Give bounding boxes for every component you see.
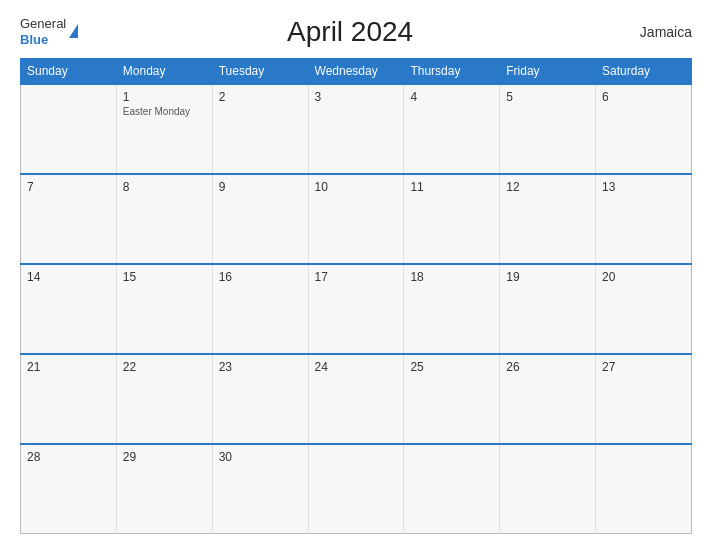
page: General Blue April 2024 Jamaica Sunday M… — [0, 0, 712, 550]
day-cell: 15 — [116, 264, 212, 354]
day-number: 29 — [123, 450, 206, 464]
day-number: 11 — [410, 180, 493, 194]
day-cell: 8 — [116, 174, 212, 264]
day-cell: 2 — [212, 84, 308, 174]
day-cell: 24 — [308, 354, 404, 444]
day-cell: 17 — [308, 264, 404, 354]
logo-general: General — [20, 16, 66, 32]
day-cell: 11 — [404, 174, 500, 264]
day-number: 14 — [27, 270, 110, 284]
day-number: 21 — [27, 360, 110, 374]
day-cell — [404, 444, 500, 534]
day-number: 15 — [123, 270, 206, 284]
day-cell: 16 — [212, 264, 308, 354]
week-row-2: 78910111213 — [21, 174, 692, 264]
day-cell: 28 — [21, 444, 117, 534]
day-cell — [21, 84, 117, 174]
header: General Blue April 2024 Jamaica — [20, 16, 692, 48]
day-number: 17 — [315, 270, 398, 284]
day-number: 18 — [410, 270, 493, 284]
day-number: 1 — [123, 90, 206, 104]
week-row-1: 1Easter Monday23456 — [21, 84, 692, 174]
day-cell: 12 — [500, 174, 596, 264]
day-number: 22 — [123, 360, 206, 374]
col-monday: Monday — [116, 59, 212, 85]
day-number: 9 — [219, 180, 302, 194]
day-number: 3 — [315, 90, 398, 104]
day-cell: 20 — [596, 264, 692, 354]
col-saturday: Saturday — [596, 59, 692, 85]
day-cell — [596, 444, 692, 534]
day-cell: 22 — [116, 354, 212, 444]
day-cell: 23 — [212, 354, 308, 444]
day-number: 6 — [602, 90, 685, 104]
day-number: 28 — [27, 450, 110, 464]
day-number: 30 — [219, 450, 302, 464]
day-cell: 18 — [404, 264, 500, 354]
day-cell: 13 — [596, 174, 692, 264]
day-number: 5 — [506, 90, 589, 104]
country-label: Jamaica — [622, 24, 692, 40]
day-cell: 7 — [21, 174, 117, 264]
day-cell: 6 — [596, 84, 692, 174]
day-cell: 26 — [500, 354, 596, 444]
day-number: 13 — [602, 180, 685, 194]
calendar-table: Sunday Monday Tuesday Wednesday Thursday… — [20, 58, 692, 534]
day-cell: 4 — [404, 84, 500, 174]
week-row-4: 21222324252627 — [21, 354, 692, 444]
day-cell: 10 — [308, 174, 404, 264]
col-tuesday: Tuesday — [212, 59, 308, 85]
day-number: 26 — [506, 360, 589, 374]
logo-triangle-icon — [69, 24, 78, 38]
col-wednesday: Wednesday — [308, 59, 404, 85]
col-thursday: Thursday — [404, 59, 500, 85]
day-cell: 21 — [21, 354, 117, 444]
day-number: 20 — [602, 270, 685, 284]
day-number: 2 — [219, 90, 302, 104]
week-row-3: 14151617181920 — [21, 264, 692, 354]
day-number: 7 — [27, 180, 110, 194]
day-number: 19 — [506, 270, 589, 284]
day-cell: 3 — [308, 84, 404, 174]
day-cell: 9 — [212, 174, 308, 264]
day-number: 25 — [410, 360, 493, 374]
day-cell: 27 — [596, 354, 692, 444]
day-cell: 29 — [116, 444, 212, 534]
day-cell — [308, 444, 404, 534]
day-number: 24 — [315, 360, 398, 374]
day-cell: 5 — [500, 84, 596, 174]
day-event: Easter Monday — [123, 106, 206, 117]
day-cell: 30 — [212, 444, 308, 534]
calendar-title: April 2024 — [78, 16, 622, 48]
day-number: 8 — [123, 180, 206, 194]
day-number: 16 — [219, 270, 302, 284]
col-friday: Friday — [500, 59, 596, 85]
day-cell — [500, 444, 596, 534]
logo-blue: Blue — [20, 32, 66, 48]
col-sunday: Sunday — [21, 59, 117, 85]
day-number: 12 — [506, 180, 589, 194]
logo: General Blue — [20, 16, 78, 47]
day-number: 27 — [602, 360, 685, 374]
day-number: 23 — [219, 360, 302, 374]
week-row-5: 282930 — [21, 444, 692, 534]
logo-text: General Blue — [20, 16, 66, 47]
day-cell: 1Easter Monday — [116, 84, 212, 174]
day-cell: 19 — [500, 264, 596, 354]
day-cell: 25 — [404, 354, 500, 444]
day-number: 10 — [315, 180, 398, 194]
days-header-row: Sunday Monday Tuesday Wednesday Thursday… — [21, 59, 692, 85]
day-number: 4 — [410, 90, 493, 104]
day-cell: 14 — [21, 264, 117, 354]
